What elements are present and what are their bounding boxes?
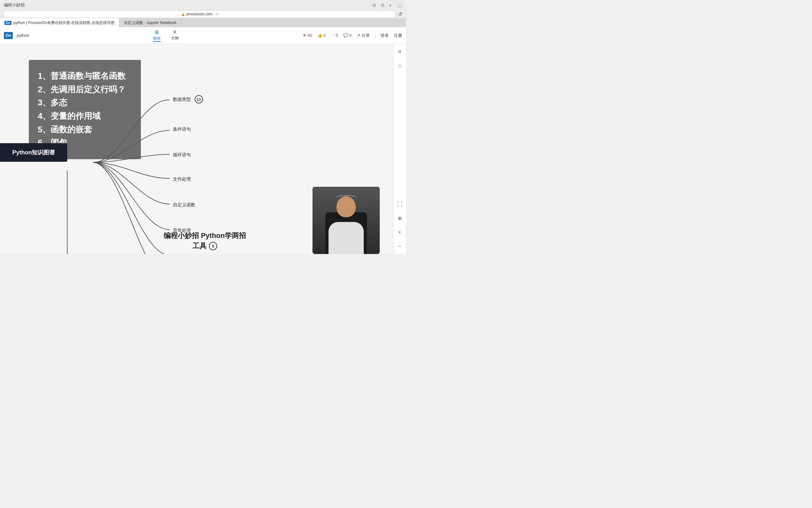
tab1-label: python | ProcessOn免费在线作图,在线流程图,在线思维导图: [13, 20, 115, 26]
python-knowledge-label: Python知识图谱: [0, 143, 67, 162]
branch-conditionals-text: 条件语句: [173, 127, 191, 132]
eye-icon: 👁: [303, 33, 307, 38]
bottom-line1: 编程小妙招 Python学两招: [164, 231, 246, 241]
favorites-count: 0: [336, 33, 338, 38]
branch-data-types: 数据类型 11: [173, 95, 203, 103]
url-text: processon.com: [186, 12, 212, 16]
main-content: 1、普通函数与匿名函数 2、先调用后定义行吗？ 3、多态 4、变量的作用域 5、…: [0, 44, 406, 254]
webcam-overlay: [313, 187, 380, 254]
branch-custom-func-text: 自定义函数: [173, 202, 195, 207]
minus-icon: −: [398, 244, 401, 249]
tab-jupyter[interactable]: 自定义函数 - Jupyter Notebook: [120, 18, 182, 27]
address-bar-row: 🔒 processon.com ↺ ↺: [0, 10, 406, 18]
comments-count: 0: [349, 33, 352, 38]
shapes-label: 图形: [153, 36, 161, 41]
branch-loops-text: 循环语句: [173, 152, 191, 157]
person-body: [328, 222, 364, 254]
right-sidebar: ≡ ☆ ⛶ ⊕ + −: [393, 44, 406, 254]
reload-icon[interactable]: ↺: [398, 11, 402, 17]
title-bar: 编程小妙招 ⊙ ⎙ + ⬜: [0, 0, 406, 10]
share-button[interactable]: ↗ 分享: [357, 33, 370, 38]
python-label-text: Python知识图谱: [12, 149, 55, 156]
views-count: 60: [308, 33, 312, 38]
mind-map-canvas[interactable]: 1、普通函数与匿名函数 2、先调用后定义行吗？ 3、多态 4、变量的作用域 5、…: [0, 44, 393, 254]
likes-stat: 👍 0: [317, 33, 326, 38]
tab-processon[interactable]: On python | ProcessOn免费在线作图,在线流程图,在线思维导图: [0, 18, 120, 27]
sidebar-tool-list[interactable]: ≡: [395, 46, 405, 57]
views-stat: 👁 60: [303, 33, 312, 38]
webcam-person: [313, 187, 380, 254]
star-icon: ☆: [398, 63, 402, 69]
heart-icon: ♡: [331, 33, 335, 38]
share-label: 分享: [361, 33, 370, 38]
toolbar-right: 👁 60 👍 0 ♡ 0 💬 0 ↗ 分享 登录 注册: [303, 32, 402, 39]
fullscreen-icon: ⛶: [397, 201, 403, 207]
branch-file: 文件处理: [173, 176, 191, 182]
outline-icon: ≡: [173, 29, 176, 35]
branch-oop-text: 面向对象: [173, 254, 191, 254]
branch-file-text: 文件处理: [173, 176, 191, 182]
thumb-icon: 👍: [317, 33, 322, 38]
browser-chrome: 编程小妙招 ⊙ ⎙ + ⬜ 🔒 processon.com ↺ ↺ On pyt…: [0, 0, 406, 27]
branch-conditionals: 条件语句: [173, 127, 191, 132]
login-button[interactable]: 登录: [380, 33, 389, 38]
bottom-line2: 工具: [192, 241, 207, 251]
overlay-item-1: 1、普通函数与匿名函数: [38, 70, 132, 82]
toolbar-center: ⊞ 图形 ≡ 大纲: [33, 29, 299, 42]
sidebar-tool-star[interactable]: ☆: [395, 60, 405, 71]
sidebar-tool-zoom-in[interactable]: +: [395, 227, 405, 237]
branch-top-badge: 11: [195, 95, 203, 103]
lock-icon: 🔒: [181, 12, 185, 16]
share-icon: ↗: [357, 33, 360, 38]
comment-icon: 💬: [343, 33, 348, 38]
tab2-label: 自定义函数 - Jupyter Notebook: [124, 20, 177, 26]
likes-count: 0: [323, 33, 326, 38]
bottom-center: 编程小妙招 Python学两招 工具 5: [164, 231, 246, 251]
app-toolbar: On python ⊞ 图形 ≡ 大纲 👁 60 👍 0 ♡ 0 💬 0 ↗: [0, 27, 406, 44]
branch-oop: 面向对象: [173, 254, 191, 254]
outline-label: 大纲: [171, 36, 179, 41]
sidebar-tool-target[interactable]: ⊕: [395, 213, 405, 223]
sidebar-tool-zoom-out[interactable]: −: [395, 241, 405, 251]
comments-stat: 💬 0: [343, 33, 352, 38]
address-bar[interactable]: 🔒 processon.com ↺: [4, 10, 396, 18]
shapes-icon: ⊞: [155, 29, 159, 35]
page-title: 编程小妙招: [4, 2, 25, 8]
branch-data-types-text: 数据类型: [173, 97, 191, 102]
target-icon: ⊕: [398, 215, 402, 221]
overlay-item-3: 3、多态: [38, 97, 132, 109]
overlay-item-5: 5、函数的嵌套: [38, 124, 132, 136]
overlay-item-4: 4、变量的作用域: [38, 110, 132, 122]
breadcrumb: python: [17, 33, 29, 38]
register-button[interactable]: 注册: [394, 33, 402, 38]
bottom-badge: 5: [209, 242, 217, 250]
plus-icon: +: [398, 229, 401, 235]
tabs-row: On python | ProcessOn免费在线作图,在线流程图,在线思维导图…: [0, 18, 406, 27]
tab-on-badge: On: [4, 21, 11, 25]
branch-loops: 循环语句: [173, 152, 191, 158]
toolbar-shapes[interactable]: ⊞ 图形: [153, 29, 161, 42]
branch-custom-func: 自定义函数: [173, 202, 195, 208]
overlay-item-2: 2、先调用后定义行吗？: [38, 84, 132, 96]
sidebar-tool-fullscreen[interactable]: ⛶: [395, 199, 405, 209]
on-logo: On: [4, 32, 13, 39]
toolbar-outline[interactable]: ≡ 大纲: [171, 29, 179, 42]
headphone-arc: [334, 195, 358, 202]
favorites-stat: ♡ 0: [331, 33, 338, 38]
list-icon: ≡: [398, 49, 401, 54]
